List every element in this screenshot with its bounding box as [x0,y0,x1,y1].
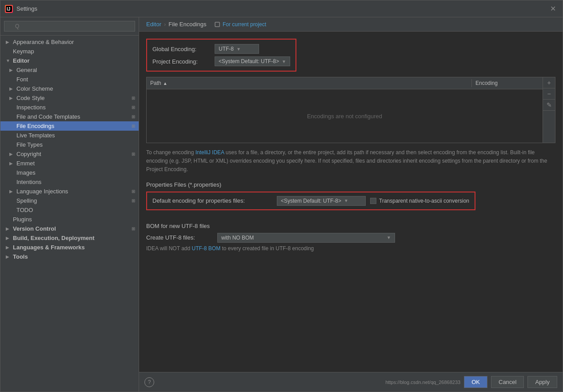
sidebar-item-label: Live Templates [16,132,135,139]
sidebar-item-label: Appearance & Behavior [13,39,135,45]
intellij-link: IntelliJ IDEA [196,149,224,156]
properties-encoding-row: Default encoding for properties files: <… [146,192,475,210]
sidebar-item-label: Font [16,76,135,83]
no-arrow [9,105,16,110]
bom-section: BOM for new UTF-8 files Create UTF-8 fil… [146,223,555,252]
sidebar-item-live-templates[interactable]: Live Templates [0,131,139,140]
apply-button[interactable]: Apply [527,376,557,388]
sidebar-item-editor[interactable]: ▼ Editor [0,56,139,65]
sidebar-item-label: Editor [13,57,135,64]
properties-encoding-dropdown[interactable]: <System Default: UTF-8> ▼ [277,196,366,206]
properties-encoding-value: <System Default: UTF-8> [281,198,341,204]
sidebar-item-label: Plugins [13,216,135,223]
for-project-label: For current project [215,21,266,28]
expand-arrow-icon: ▶ [6,254,13,259]
sidebar-item-tools[interactable]: ▶ Tools [0,252,139,261]
sidebar-item-todo[interactable]: TODO [0,205,139,215]
dropdown-arrow-icon: ▼ [387,235,391,240]
sidebar-item-copyright[interactable]: ▶ Copyright ⊞ [0,149,139,159]
breadcrumb-separator: › [164,21,166,28]
content-header: Editor › File Encodings For current proj… [139,17,563,32]
sidebar-item-label: File Types [16,141,135,148]
badge-icon: ⊞ [132,198,135,203]
sidebar-item-code-style[interactable]: ▶ Code Style ⊞ [0,93,139,103]
sidebar-item-version-control[interactable]: ▶ Version Control ⊞ [0,224,139,233]
dropdown-arrow-icon: ▼ [344,198,348,203]
sidebar-item-inspections[interactable]: Inspections ⊞ [0,103,139,112]
encodings-table: Path ▲ Encoding Encodings are not config… [146,77,555,143]
help-button[interactable]: ? [144,377,154,387]
edit-row-button[interactable]: ✎ [543,100,555,111]
sidebar-item-label: General [16,67,135,73]
close-button[interactable]: ✕ [547,4,558,14]
sidebar-item-file-encodings[interactable]: File Encodings ⊞ [0,121,139,131]
global-encoding-dropdown[interactable]: UTF-8 ▼ [215,44,259,54]
expand-arrow-icon: ▼ [6,58,13,63]
expand-arrow-icon: ▶ [6,40,13,44]
dropdown-arrow-icon: ▼ [282,59,286,64]
create-utf8-dropdown[interactable]: with NO BOM ▼ [217,233,395,243]
no-arrow [9,77,16,82]
expand-arrow-icon: ▶ [9,68,16,72]
sidebar-item-intentions[interactable]: Intentions [0,177,139,187]
search-input[interactable] [4,21,135,32]
badge-icon: ⊞ [132,124,135,128]
bottom-bar: ? https://blog.csdn.net/qq_26868233 OK C… [139,372,563,392]
dropdown-arrow-icon: ▼ [236,47,241,52]
global-encoding-label: Global Encoding: [152,46,215,52]
transparent-conversion-wrapper: Transparent native-to-ascii conversion [370,198,469,204]
sidebar-item-file-types[interactable]: File Types [0,140,139,149]
sidebar-item-spelling[interactable]: Spelling ⊞ [0,196,139,205]
sidebar-item-language-injections[interactable]: ▶ Language Injections ⊞ [0,187,139,196]
app-icon: IJ [5,5,13,13]
sidebar-item-general[interactable]: ▶ General [0,65,139,75]
expand-arrow-icon: ▶ [6,226,13,231]
expand-arrow-icon: ▶ [9,161,16,166]
sidebar-item-label: Spelling [16,197,130,204]
sidebar-item-label: Emmet [16,160,135,167]
window-title: Settings [16,5,547,12]
sidebar-item-file-code-templates[interactable]: File and Code Templates ⊞ [0,112,139,121]
sidebar-item-font[interactable]: Font [0,75,139,84]
expand-arrow-icon: ▶ [9,86,16,91]
bom-link: UTF-8 BOM [192,245,220,252]
no-arrow [6,217,13,222]
no-arrow [9,124,16,128]
cancel-button[interactable]: Cancel [491,376,524,388]
add-row-button[interactable]: + [543,77,555,88]
sidebar-item-label: Code Style [16,95,130,101]
encoding-settings-section: Global Encoding: UTF-8 ▼ Project Encodin… [146,39,296,72]
sidebar-item-appearance-behavior[interactable]: ▶ Appearance & Behavior [0,37,139,47]
badge-icon: ⊞ [132,114,135,119]
sidebar-item-label: File and Code Templates [16,113,130,120]
properties-files-section: Properties Files (*.properties) Default … [146,181,555,216]
breadcrumb-parent[interactable]: Editor [146,21,161,28]
sidebar-item-images[interactable]: Images [0,168,139,177]
badge-icon: ⊞ [132,152,135,156]
sidebar-item-emmet[interactable]: ▶ Emmet [0,159,139,168]
remove-row-button[interactable]: − [543,88,555,100]
for-project-text: For current project [223,21,266,28]
no-arrow [9,208,16,212]
breadcrumb-current: File Encodings [168,21,206,28]
sidebar-item-label: Intentions [16,179,135,185]
url-text: https://blog.csdn.net/qq_26868233 [385,380,460,385]
sidebar-item-label: Build, Execution, Deployment [13,235,135,241]
bottom-right: https://blog.csdn.net/qq_26868233 OK Can… [385,376,557,388]
sidebar-item-plugins[interactable]: Plugins [0,215,139,224]
sidebar-item-label: Inspections [16,104,130,111]
expand-arrow-icon: ▶ [6,245,13,250]
sidebar-item-languages-frameworks[interactable]: ▶ Languages & Frameworks [0,243,139,252]
no-arrow [9,180,16,184]
content-area: Editor › File Encodings For current proj… [139,17,563,392]
expand-arrow-icon: ▶ [9,96,16,100]
transparent-conversion-checkbox[interactable] [370,198,376,204]
ok-button[interactable]: OK [464,376,487,388]
sidebar-item-color-scheme[interactable]: ▶ Color Scheme [0,84,139,93]
no-arrow [9,133,16,138]
properties-section-title: Properties Files (*.properties) [146,181,555,188]
main-layout: 🔍 ▶ Appearance & Behavior Keymap ▼ [0,17,563,392]
sidebar-item-keymap[interactable]: Keymap [0,47,139,56]
project-encoding-dropdown[interactable]: <System Default: UTF-8> ▼ [215,56,290,66]
sidebar-item-build-execution[interactable]: ▶ Build, Execution, Deployment [0,233,139,243]
